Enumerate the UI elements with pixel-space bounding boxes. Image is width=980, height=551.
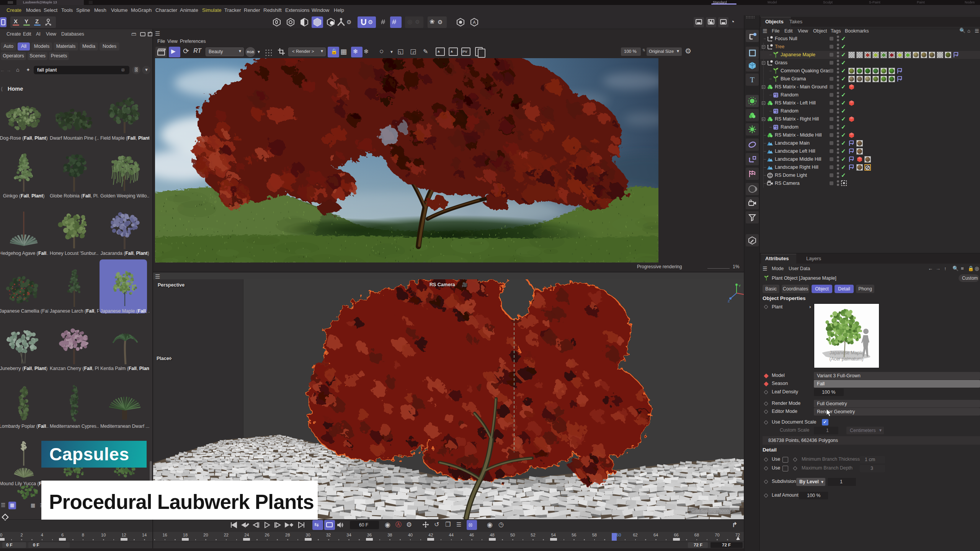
svg-text:Z: Z [728,299,730,303]
svg-text:Japanese Maple: Japanese Maple [830,350,863,355]
svg-text:A: A [473,20,476,24]
svg-text:Y: Y [738,284,741,288]
svg-text:(Acer palmatum): (Acer palmatum) [830,356,864,362]
svg-text:T: T [750,76,755,84]
